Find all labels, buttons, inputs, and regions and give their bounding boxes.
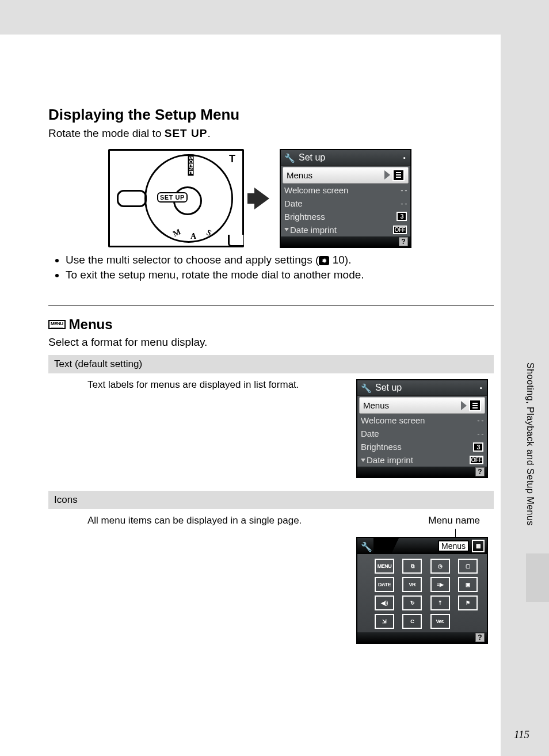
- intro-b: .: [207, 127, 210, 139]
- bullet-text: Use the multi selector to choose and app…: [66, 254, 319, 266]
- option-body: Text labels for menus are displayed in l…: [48, 373, 494, 485]
- option-body: All menu items can be displayed in a sin…: [48, 509, 494, 667]
- wrench-icon: 🔧: [361, 383, 372, 394]
- grid-cell: ≡▶: [430, 577, 450, 592]
- lcd-row: Brightness3: [281, 210, 410, 223]
- lcd-row-label: Date imprint: [290, 225, 337, 235]
- lcd-row-label: Welcome screen: [361, 415, 425, 425]
- scroll-icon: ▪: [403, 154, 407, 161]
- lcd-row-label: Welcome screen: [284, 185, 348, 195]
- lcd-row-val: - -: [401, 186, 407, 194]
- grid-icon: ▦: [472, 540, 485, 552]
- intro-a: Rotate the mode dial to: [48, 127, 165, 139]
- grid-cell: ↻: [402, 595, 422, 610]
- bullet-list: Use the multi selector to choose and app…: [54, 254, 494, 281]
- help-icon: ?: [399, 237, 408, 246]
- intro-text: Rotate the mode dial to SET UP.: [48, 126, 494, 141]
- menu-icon: MENU: [48, 320, 66, 329]
- chevron-right-icon: [461, 401, 467, 410]
- lcd-text-format: 🔧 Set up ▪ Menus Welcome screen- - Date-…: [356, 379, 488, 478]
- callout-line: [455, 529, 456, 537]
- lcd-title-text: Set up: [375, 383, 402, 393]
- dial-a: A: [190, 232, 196, 241]
- section-heading: MENU Menus: [48, 316, 494, 333]
- bullet-text: ).: [345, 254, 352, 266]
- list-icon: [469, 399, 481, 411]
- option-header: Text (default setting): [48, 355, 494, 373]
- side-tab: [526, 553, 549, 602]
- help-icon: ?: [475, 633, 485, 642]
- grid-cell: ⧉: [402, 559, 422, 574]
- page-ref: 10: [333, 254, 345, 266]
- grid-cell: [458, 614, 475, 627]
- wrench-icon: 🔧: [357, 541, 373, 552]
- dial-t: T: [229, 153, 235, 165]
- icon-grid: MENU ⧉ ◷ ▢ DATE VR ≡▶ ▣ ◀)) ↻ ⤒ ⚑: [357, 554, 487, 632]
- section-desc: Select a format for menu display.: [48, 335, 494, 350]
- lcd-row-label: Brightness: [361, 442, 402, 452]
- mode-dial-illustration: SET UP T M A S SCENE: [108, 149, 244, 247]
- grid-cell: ⤒: [430, 595, 450, 610]
- callout-label: Menu name: [356, 515, 480, 526]
- figure-row: SET UP T M A S SCENE 🔧 Set up ▪: [108, 149, 494, 248]
- lcd-row: Date- -: [357, 427, 487, 440]
- wrench-icon: 🔧: [284, 153, 295, 163]
- lcd-row-val: - -: [477, 429, 483, 438]
- lcd-selected-label: Menus: [363, 400, 389, 410]
- lcd-setup-menu: 🔧 Set up ▪ Menus Welcome screen- - Date-…: [280, 149, 411, 248]
- lcd-row: Brightness3: [357, 440, 487, 453]
- help-icon: ?: [475, 467, 485, 476]
- dial-label: SET UP: [157, 192, 188, 203]
- lcd-title: 🔧 Set up ▪: [357, 380, 487, 396]
- lcd-title: 🔧 Set up ▪: [281, 150, 410, 166]
- grid-cell: C: [402, 614, 422, 629]
- list-icon: [392, 169, 405, 181]
- lcd-selected-row: Menus: [283, 167, 409, 184]
- side-tab-text: Shooting, Playback and Setup Menus: [525, 362, 535, 526]
- chevron-right-icon: [384, 170, 390, 180]
- lcd-row: Welcome screen- -: [281, 184, 410, 197]
- grid-cell: ◀)): [375, 595, 394, 610]
- page-title: Displaying the Setup Menu: [48, 106, 494, 124]
- grid-cell: MENU: [375, 559, 394, 574]
- triangle-down-icon: [361, 459, 365, 462]
- lcd-row-val: 3: [473, 442, 483, 452]
- grid-cell: ▢: [458, 559, 478, 574]
- grid-cell: DATE: [375, 577, 394, 592]
- bullet-item: To exit the setup menu, rotate the mode …: [66, 269, 494, 281]
- option-header: Icons: [48, 491, 494, 509]
- camera-ref-icon: ✹: [319, 256, 329, 265]
- grid-cell: ⇲: [375, 614, 394, 629]
- lcd-row: Welcome screen- -: [357, 414, 487, 427]
- grid-cell: Ver.: [430, 614, 450, 629]
- lcd-row-val: 3: [396, 212, 407, 221]
- bullet-item: Use the multi selector to choose and app…: [66, 254, 494, 266]
- lcd-row: Date- -: [281, 197, 410, 210]
- lcd-row-val: OFF: [470, 456, 484, 464]
- lcd-icon-format: 🔧 Menus ▦ MENU ⧉ ◷ ▢ DATE: [356, 537, 488, 644]
- grid-cell: ◷: [430, 559, 450, 574]
- dial-scene: SCENE: [188, 155, 194, 176]
- grid-cell: ⚑: [458, 595, 478, 610]
- setup-word: SET UP: [165, 127, 208, 139]
- lcd-row-label: Date: [284, 198, 303, 208]
- lcd-footer: ?: [281, 236, 410, 247]
- lcd-row-val: OFF: [393, 226, 407, 234]
- lcd-row-label: Date imprint: [367, 455, 413, 465]
- lcd-footer: ?: [357, 632, 487, 643]
- lcd-row-label: Date: [361, 429, 379, 438]
- option-text: All menu items can be displayed in a sin…: [87, 515, 345, 526]
- lcd-row-val: - -: [401, 199, 407, 208]
- lcd-row-val: - -: [477, 416, 483, 425]
- scroll-icon: ▪: [480, 384, 483, 391]
- section-title: Menus: [69, 316, 113, 333]
- lcd-footer: ?: [357, 467, 487, 477]
- page: Basic Camera Setup: The Setup Menu Displ…: [0, 0, 549, 756]
- triangle-down-icon: [284, 228, 289, 231]
- lcd-title-text: Set up: [299, 152, 325, 163]
- lcd-selected-row: Menus: [359, 397, 485, 414]
- lcd-row: Date imprintOFF: [357, 453, 487, 467]
- sheet: Displaying the Setup Menu Rotate the mod…: [0, 35, 501, 756]
- lcd-selected-label: Menus: [287, 170, 312, 180]
- menu-name-pill: Menus: [438, 540, 469, 552]
